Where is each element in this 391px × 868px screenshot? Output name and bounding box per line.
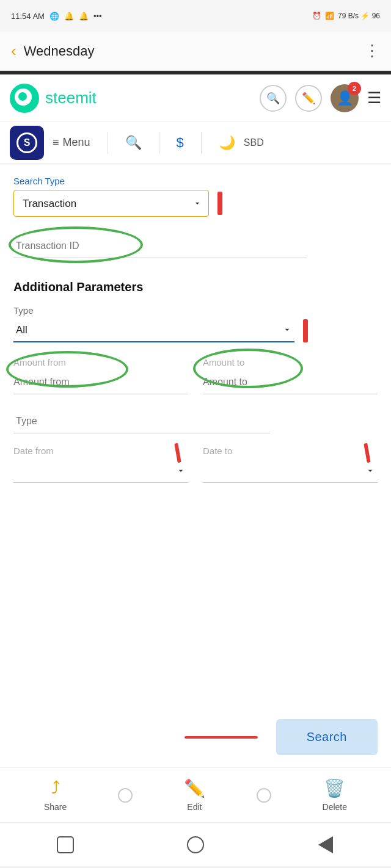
- date-to-field: Date to: [203, 446, 378, 483]
- share-icon: ⤴: [51, 779, 60, 798]
- search-area: Search: [0, 713, 391, 767]
- back-nav-icon: [318, 836, 333, 853]
- search-button[interactable]: Search: [276, 719, 378, 755]
- steem-logo-inner: S: [16, 132, 37, 153]
- red-underline: [185, 736, 258, 739]
- battery-display: 79 B/s ⚡ 96: [338, 12, 380, 20]
- amount-to-label: Amount to: [203, 357, 378, 367]
- signal-icon: 📶: [325, 12, 334, 20]
- date-to-label: Date to: [203, 446, 378, 456]
- notification-badge: 2: [348, 82, 361, 95]
- home-button[interactable]: [182, 831, 209, 858]
- search-type-select[interactable]: Transaction: [13, 190, 209, 217]
- recents-button[interactable]: [52, 831, 79, 858]
- edit-label: Edit: [187, 802, 202, 812]
- red-indicator-right: [217, 192, 222, 215]
- back-button[interactable]: ‹: [11, 42, 16, 60]
- amount-to-input[interactable]: [203, 370, 378, 394]
- hamburger-menu-icon[interactable]: ☰: [367, 89, 381, 107]
- transaction-id-wrap: [13, 234, 307, 258]
- system-nav: [0, 822, 391, 866]
- nav-more-button[interactable]: ⋮: [364, 42, 380, 60]
- nav-title: Wednesday: [24, 43, 95, 59]
- amount-to-field: Amount to: [203, 357, 378, 394]
- subnav-divider: [108, 132, 108, 154]
- home-icon: [187, 836, 204, 853]
- search-icon: 🔍: [266, 92, 280, 105]
- status-left: 11:54 AM 🌐 🔔 🔔 •••: [11, 12, 102, 21]
- edit-button[interactable]: ✏️: [295, 85, 322, 112]
- time-display: 11:54 AM: [11, 12, 45, 21]
- amount-from-label: Amount from: [13, 357, 188, 367]
- chrome-icon: 🌐: [49, 12, 59, 21]
- type-all-label: Type: [13, 305, 294, 316]
- avatar-button[interactable]: 👤 2: [331, 84, 359, 112]
- trash-icon: 🗑️: [324, 778, 345, 798]
- bottom-circle-1: [118, 788, 133, 803]
- subnav-search-icon[interactable]: 🔍: [125, 135, 142, 151]
- type2-field: [13, 409, 378, 433]
- subnav-menu-button[interactable]: ≡ Menu: [53, 136, 90, 149]
- date-from-field: Date from: [13, 446, 188, 483]
- type-all-row: Type All: [13, 305, 378, 342]
- status-bar: 11:54 AM 🌐 🔔 🔔 ••• ⏰ 📶 79 B/s ⚡ 96: [0, 0, 391, 32]
- search-button[interactable]: 🔍: [260, 85, 287, 112]
- red-indicator-type: [303, 319, 308, 342]
- status-right: ⏰ 📶 79 B/s ⚡ 96: [312, 12, 380, 20]
- pencil-icon: ✏️: [302, 92, 315, 105]
- search-type-label: Search Type: [13, 176, 378, 186]
- additional-params-title: Additional Parameters: [13, 280, 378, 294]
- amount-from-field: Amount from: [13, 357, 188, 394]
- steemit-subnav: S ≡ Menu 🔍 $ 🌙 SBD: [0, 122, 391, 164]
- type-all-field: Type All: [13, 305, 294, 342]
- amount-from-input[interactable]: [13, 370, 188, 394]
- transaction-id-input[interactable]: [13, 234, 307, 258]
- steemit-icon: [10, 84, 39, 113]
- share-label: Share: [44, 802, 67, 812]
- steemit-logo[interactable]: steemit: [10, 84, 97, 113]
- header-icons: 🔍 ✏️ 👤 2 ☰: [260, 84, 381, 112]
- main-content: Search Type Transaction Additional Param…: [0, 164, 391, 713]
- bell-icon: 🔔: [64, 12, 74, 21]
- steem-logo-button[interactable]: S: [10, 126, 44, 160]
- recents-icon: [57, 836, 74, 853]
- amount-row: Amount from Amount to: [13, 357, 378, 394]
- bottom-circle-2: [257, 788, 271, 803]
- type-all-select[interactable]: All: [13, 318, 294, 342]
- transaction-id-group: [13, 234, 378, 258]
- type2-input[interactable]: [13, 409, 270, 433]
- steemit-name: steemit: [45, 89, 97, 107]
- back-nav-button[interactable]: [312, 831, 339, 858]
- bottom-actions: ⤴ Share ✏️ Edit 🗑️ Delete: [0, 767, 391, 822]
- delete-action[interactable]: 🗑️ Delete: [323, 778, 347, 812]
- steemit-header: steemit 🔍 ✏️ 👤 2 ☰: [0, 74, 391, 122]
- subnav-moon-icon[interactable]: 🌙: [219, 135, 235, 151]
- navigation-bar: ‹ Wednesday ⋮: [0, 32, 391, 71]
- search-type-row: Transaction: [13, 190, 378, 217]
- bell-icon-2: 🔔: [79, 12, 89, 21]
- date-row: Date from Date to: [13, 446, 378, 483]
- alarm-icon: ⏰: [312, 12, 321, 20]
- edit-action[interactable]: ✏️ Edit: [184, 778, 205, 812]
- date-to-select[interactable]: [203, 458, 378, 483]
- share-action[interactable]: ⤴ Share: [44, 779, 67, 812]
- subnav-sbd-label: SBD: [244, 137, 264, 148]
- menu-label: Menu: [63, 136, 90, 149]
- subnav-dollar-icon[interactable]: $: [177, 135, 184, 151]
- date-from-select[interactable]: [13, 458, 188, 483]
- date-from-label: Date from: [13, 446, 188, 456]
- subnav-divider-3: [201, 132, 202, 154]
- edit-pencil-icon: ✏️: [184, 778, 205, 798]
- more-dots: •••: [93, 12, 102, 21]
- menu-lines-icon: ≡: [53, 136, 59, 149]
- search-type-group: Search Type Transaction: [13, 176, 378, 217]
- subnav-divider-2: [159, 132, 159, 154]
- delete-label: Delete: [323, 802, 347, 812]
- nav-left: ‹ Wednesday: [11, 42, 94, 60]
